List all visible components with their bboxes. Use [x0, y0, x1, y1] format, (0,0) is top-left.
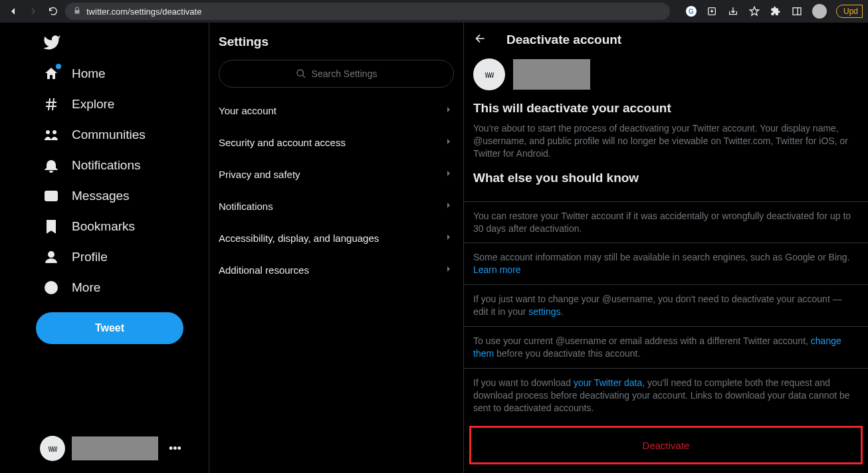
row-label: Your account — [219, 105, 276, 116]
deactivate-button[interactable]: Deactivate — [471, 428, 861, 462]
settings-item-privacy[interactable]: Privacy and safety — [209, 158, 463, 190]
nav-label: Messages — [72, 189, 130, 203]
chevron-right-icon — [443, 168, 454, 181]
more-circle-icon — [43, 279, 60, 296]
settings-item-notifications[interactable]: Notifications — [209, 190, 463, 222]
section-heading: What else you should know — [473, 171, 859, 185]
nav-label: Communities — [72, 128, 146, 142]
info-text: If you want to download your Twitter dat… — [464, 368, 868, 423]
notification-dot-icon — [56, 64, 61, 69]
row-label: Privacy and safety — [219, 169, 300, 180]
nav-label: More — [72, 280, 100, 295]
nav-label: Home — [72, 66, 106, 81]
nav-home[interactable]: Home — [36, 58, 202, 89]
extensions-icon[interactable] — [770, 5, 782, 17]
info-text: You can restore your Twitter account if … — [464, 201, 868, 243]
tweet-button[interactable]: Tweet — [36, 312, 183, 344]
avatar: ww — [40, 436, 65, 461]
sidebar: Home Explore Communities Notifications M… — [0, 23, 209, 473]
account-name-redacted — [72, 436, 158, 460]
svg-point-12 — [53, 287, 54, 288]
profile-icon — [43, 248, 60, 266]
user-profile-row[interactable]: ww — [464, 53, 868, 100]
ellipsis-icon: ••• — [169, 442, 181, 456]
reload-browser-button[interactable] — [45, 3, 61, 19]
bookmark-icon — [43, 218, 60, 235]
share-icon[interactable] — [727, 5, 739, 17]
section-heading: This will deactivate your account — [473, 101, 859, 116]
nav-label: Bookmarks — [72, 219, 135, 234]
nav-more[interactable]: More — [36, 272, 202, 303]
back-button[interactable] — [473, 32, 487, 48]
settings-item-accessibility[interactable]: Accessibility, display, and languages — [209, 222, 463, 254]
deactivate-highlight: Deactivate — [469, 426, 863, 464]
hash-icon — [43, 96, 60, 113]
home-icon — [43, 65, 60, 82]
chevron-right-icon — [443, 104, 454, 117]
chevron-right-icon — [443, 200, 454, 213]
svg-line-6 — [53, 98, 54, 110]
nav-bookmarks[interactable]: Bookmarks — [36, 211, 202, 242]
nav-notifications[interactable]: Notifications — [36, 150, 202, 181]
chevron-right-icon — [443, 232, 454, 244]
nav-communities[interactable]: Communities — [36, 120, 202, 150]
settings-item-additional[interactable]: Additional resources — [209, 254, 463, 286]
chevron-right-icon — [443, 264, 454, 276]
lock-icon — [73, 7, 81, 17]
search-settings-input[interactable]: Search Settings — [219, 60, 454, 88]
nav-label: Notifications — [72, 158, 141, 173]
url-text: twitter.com/settings/deactivate — [86, 7, 201, 17]
back-browser-button[interactable] — [5, 3, 21, 19]
nav-label: Profile — [72, 250, 108, 264]
chevron-right-icon — [443, 136, 454, 149]
svg-rect-1 — [793, 8, 801, 15]
svg-point-10 — [48, 287, 49, 288]
settings-item-your-account[interactable]: Your account — [209, 94, 463, 126]
section-text: You're about to start the process of dea… — [473, 122, 859, 160]
install-icon[interactable] — [706, 5, 718, 17]
twitter-logo-icon[interactable] — [36, 29, 202, 58]
address-bar[interactable]: twitter.com/settings/deactivate — [65, 3, 670, 20]
forward-browser-button[interactable] — [25, 3, 41, 19]
search-placeholder: Search Settings — [312, 68, 378, 79]
nav-profile[interactable]: Profile — [36, 242, 202, 272]
update-button[interactable]: Upd — [836, 5, 863, 18]
settings-link[interactable]: settings — [528, 306, 560, 317]
info-text: If you just want to change your @usernam… — [464, 284, 868, 326]
row-label: Notifications — [219, 201, 273, 212]
search-icon — [296, 68, 306, 79]
nav-label: Explore — [72, 97, 114, 112]
nav-explore[interactable]: Explore — [36, 89, 202, 120]
info-text: To use your current @username or email a… — [464, 326, 868, 368]
settings-item-security[interactable]: Security and account access — [209, 126, 463, 158]
avatar: ww — [473, 58, 505, 90]
profile-avatar-icon[interactable] — [812, 4, 827, 19]
main-panel: Deactivate account ww This will deactiva… — [464, 23, 868, 473]
user-name-redacted — [513, 59, 590, 90]
settings-panel: Settings Search Settings Your account Se… — [209, 23, 464, 473]
page-title: Deactivate account — [506, 33, 621, 47]
panel-icon[interactable] — [791, 5, 803, 17]
star-icon[interactable] — [748, 5, 760, 17]
row-label: Additional resources — [219, 264, 309, 276]
communities-icon — [43, 126, 60, 143]
svg-line-5 — [49, 98, 50, 110]
mail-icon — [43, 187, 60, 205]
twitter-data-link[interactable]: your Twitter data — [574, 377, 642, 388]
svg-point-8 — [49, 252, 54, 257]
google-icon[interactable]: G — [686, 6, 697, 17]
row-label: Security and account access — [219, 137, 346, 148]
nav-messages[interactable]: Messages — [36, 181, 202, 211]
learn-more-link[interactable]: Learn more — [473, 264, 521, 275]
info-text: Some account information may still be av… — [464, 242, 868, 284]
settings-title: Settings — [209, 23, 463, 60]
account-switcher[interactable]: ww ••• — [36, 430, 202, 466]
bell-icon — [43, 157, 60, 174]
browser-chrome: twitter.com/settings/deactivate G Upd — [0, 0, 868, 23]
row-label: Accessibility, display, and languages — [219, 233, 379, 244]
svg-point-11 — [51, 287, 52, 288]
